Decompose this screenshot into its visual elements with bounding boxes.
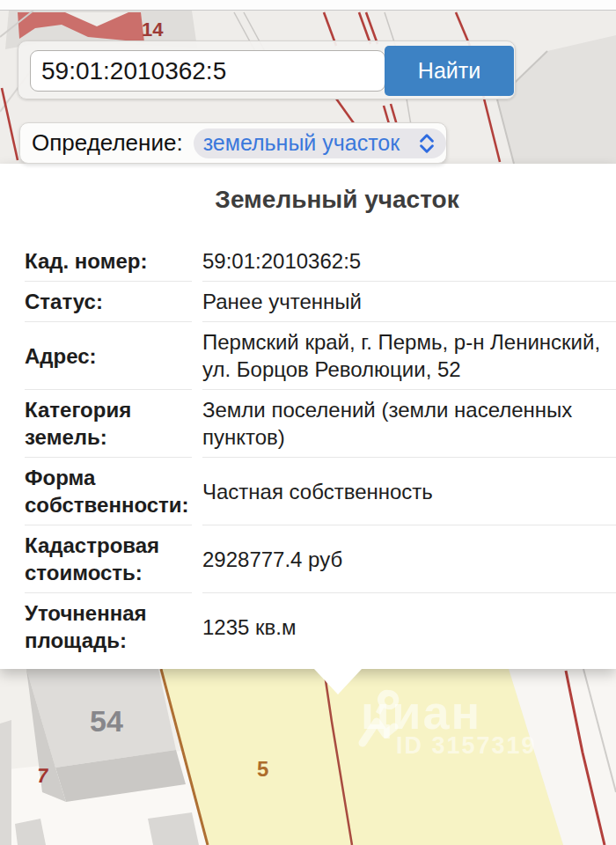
table-row: Категория земель: Земли поселений (земли… bbox=[0, 389, 616, 457]
table-row: Кадастровая стоимость: 2928777.4 руб bbox=[0, 525, 616, 592]
cian-watermark: циан ID 3157319 bbox=[356, 688, 537, 760]
search-bar: Найти bbox=[18, 40, 516, 99]
parcel-info-table: Кад. номер: 59:01:2010362:5 Статус: Ране… bbox=[0, 241, 616, 660]
definition-select[interactable]: земельный участок bbox=[194, 129, 446, 158]
info-row-value: 2928777.4 руб bbox=[202, 525, 616, 592]
info-row-label: Кад. номер: bbox=[25, 241, 192, 281]
parcel-info-panel: Земельный участок Кад. номер: 59:01:2010… bbox=[0, 164, 616, 669]
table-row: Адрес: Пермский край, г. Пермь, р-н Лени… bbox=[0, 321, 616, 389]
table-row: Форма собственности: Частная собственнос… bbox=[0, 457, 616, 525]
info-row-value: Пермский край, г. Пермь, р-н Ленинский, … bbox=[202, 321, 616, 389]
map-label-5: 5 bbox=[257, 757, 268, 782]
info-row-value: Частная собственность bbox=[202, 457, 616, 525]
info-row-value: Ранее учтенный bbox=[202, 281, 616, 321]
info-row-value: 1235 кв.м bbox=[202, 592, 616, 660]
table-row: Статус: Ранее учтенный bbox=[0, 281, 616, 321]
info-row-label: Статус: bbox=[25, 281, 192, 321]
info-row-value: 59:01:2010362:5 bbox=[202, 241, 616, 281]
definition-select-value: земельный участок bbox=[203, 130, 417, 156]
find-button[interactable]: Найти bbox=[385, 46, 514, 96]
map-canvas-bottom[interactable]: 54 7 5 циан ID 3157319 bbox=[0, 669, 616, 845]
search-input[interactable] bbox=[30, 50, 385, 92]
definition-label: Определение: bbox=[32, 129, 183, 157]
status-bar-strip bbox=[0, 0, 616, 11]
panel-pointer bbox=[314, 669, 362, 694]
map-label-14: 14 bbox=[142, 18, 163, 41]
chevron-up-down-icon bbox=[417, 131, 436, 156]
info-row-label: Адрес: bbox=[25, 321, 192, 389]
definition-bar: Определение: земельный участок bbox=[19, 122, 447, 164]
info-row-label: Кадастровая стоимость: bbox=[25, 525, 192, 592]
table-row: Уточненная площадь: 1235 кв.м bbox=[0, 592, 616, 660]
info-row-label: Категория земель: bbox=[25, 389, 192, 457]
info-row-label: Уточненная площадь: bbox=[25, 592, 192, 660]
watermark-id-text: ID 3157319 bbox=[396, 732, 537, 760]
cian-pin-logo-icon bbox=[356, 688, 407, 759]
map-label-54: 54 bbox=[90, 704, 123, 738]
info-row-label: Форма собственности: bbox=[25, 457, 192, 525]
panel-title: Земельный участок bbox=[0, 181, 616, 218]
table-row: Кад. номер: 59:01:2010362:5 bbox=[0, 241, 616, 281]
info-row-value: Земли поселений (земли населенных пункто… bbox=[202, 389, 616, 457]
